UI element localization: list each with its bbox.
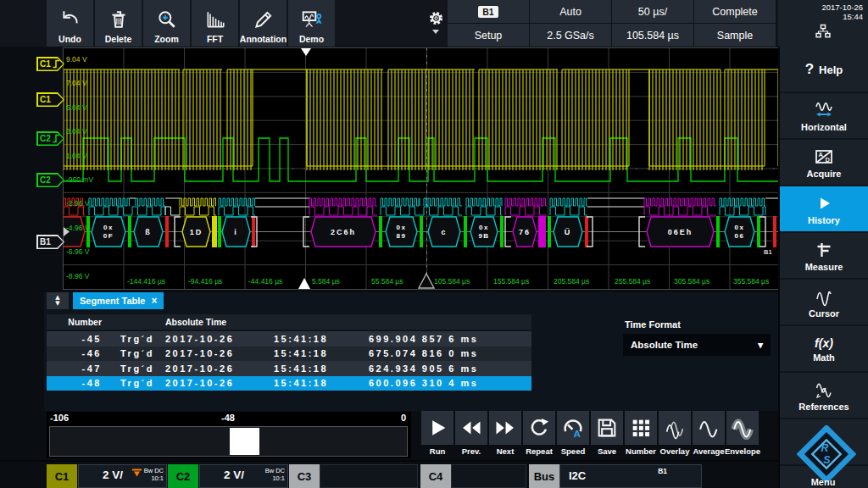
sidebar-item-help[interactable]: ?Help [780, 47, 868, 93]
sidebar-item-horizontal[interactable]: Horizontal [780, 93, 868, 140]
channel-c3-tag[interactable]: C3 [289, 464, 320, 488]
playback-save-button[interactable]: Save [591, 411, 623, 456]
measure-icon [814, 240, 834, 260]
c1-coupling: Bw DC [144, 467, 164, 474]
acquisition-state-cell[interactable]: Complete [694, 0, 776, 23]
playback-repeat-button[interactable]: Repeat [523, 411, 555, 456]
sidebar-item-label: References [798, 402, 849, 412]
cursor-icon [814, 286, 834, 307]
marker-label: C1 [36, 92, 64, 107]
table-header: Number Absolute Time [47, 314, 531, 330]
toolbar-button-label: Zoom [154, 34, 179, 44]
sidebar-item-label: Measure [805, 262, 843, 272]
c1-probe: 10:1 [151, 474, 164, 482]
sidebar-item-math[interactable]: f(x)Math [780, 326, 868, 373]
channel-bar: C1 2 V/ Bw DC 10:1 C2 2 V/ Bw DC 10:1 C3… [0, 460, 778, 488]
svg-text:1.04 V: 1.04 V [66, 152, 87, 160]
edge-icon [53, 134, 60, 143]
segment-row[interactable]: -48Trg´d2017-10-2615:41:18600.096 310 4 … [47, 376, 531, 391]
bus-settings[interactable]: I2C B1 [559, 464, 702, 488]
marker-text: C2 [40, 134, 51, 143]
c2-coupling: Bw DC [265, 467, 285, 474]
playback-button-label: Speed [561, 446, 586, 456]
sample-rate-cell[interactable]: 2.5 GSa/s [530, 24, 611, 47]
marker-label: C2 [36, 131, 64, 146]
acquisition-mode-cell[interactable]: Sample [694, 24, 776, 47]
marker-c2[interactable]: C2 [36, 173, 64, 187]
marker-c1-trigger[interactable]: C1 [36, 57, 64, 71]
segment-row[interactable]: -46Trg´d2017-10-2615:41:18675.074 816 0 … [47, 347, 531, 362]
time-format-label: Time Format [625, 319, 681, 330]
delete-icon [108, 7, 130, 32]
marker-c1[interactable]: C1 [36, 92, 64, 107]
time-format-dropdown[interactable]: Absolute Time ▾ [623, 334, 771, 356]
svg-text:-6.96 V: -6.96 V [66, 247, 90, 256]
segment-cell: Trg´d [102, 348, 165, 358]
sidebar-item-measure[interactable]: Measure [780, 233, 868, 280]
bus-tag[interactable]: Bus [529, 464, 559, 488]
close-icon[interactable]: × [151, 295, 157, 307]
toolbar-annotation-button[interactable]: Annotation [240, 0, 287, 47]
position-cell[interactable]: 105.584 µs [612, 24, 693, 47]
playback-run-button[interactable]: Run [421, 411, 453, 456]
channel-c4-tag[interactable]: C4 [420, 464, 451, 488]
sidebar-item-references[interactable]: References [780, 373, 868, 419]
svg-text:3.04 V: 3.04 V [66, 127, 87, 136]
playback-overlay-button[interactable]: Overlay [659, 411, 691, 456]
toolbar-undo-button[interactable]: Undo [47, 0, 93, 47]
playback-envelope-button[interactable]: Envelope [726, 411, 759, 456]
toolbar-delete-button[interactable]: Delete [95, 0, 142, 47]
timebase-cell[interactable]: 50 µs/ [612, 0, 693, 23]
playback-speed-button[interactable]: ASpeed [557, 411, 589, 456]
horizontal-icon [814, 100, 834, 120]
svg-text:55.584 µs: 55.584 µs [371, 277, 403, 286]
table-rows: -45Trg´d2017-10-2615:41:18699.904 857 6 … [47, 331, 531, 391]
playback-number-button[interactable]: Number [625, 411, 657, 456]
playback-button-label: Number [626, 446, 656, 456]
panel-resize-button[interactable]: ▲▼ [47, 292, 69, 309]
trigger-mode-cell[interactable]: Auto [530, 0, 611, 23]
svg-text:i: i [234, 228, 238, 236]
playback-button-label: Envelope [725, 446, 760, 456]
sidebar-item-label: Math [813, 352, 835, 363]
playback-average-button[interactable]: Average [693, 411, 725, 456]
datetime-cell[interactable]: 2017-10-26 15:44 [778, 0, 868, 47]
edge-icon [53, 59, 60, 69]
toolbar-demo-button[interactable]: Demo [288, 0, 335, 47]
playback-button-label: Overlay [660, 446, 690, 456]
svg-text:7.04 V: 7.04 V [66, 79, 87, 87]
history-slider-track[interactable] [49, 426, 408, 457]
settings-gear-button[interactable] [425, 0, 447, 47]
channel-c4-settings[interactable] [451, 464, 526, 488]
segment-cell: 15:41:18 [274, 363, 369, 374]
toolbar-button-label: Undo [58, 34, 81, 44]
rs-logo-menu-button[interactable]: RS [797, 425, 856, 483]
bus-b1-cell[interactable]: B1 [448, 0, 529, 23]
setup-cell[interactable]: Setup [448, 24, 529, 47]
c2-probe: 10:1 [272, 474, 285, 482]
svg-text:105.584 µs: 105.584 µs [434, 277, 470, 286]
segment-row[interactable]: -47Trg´d2017-10-2615:41:18624.934 905 6 … [47, 361, 531, 376]
channel-c2-tag[interactable]: C2 [168, 464, 198, 488]
history-slider-handle[interactable] [230, 428, 259, 455]
playback-next-button[interactable]: Next [489, 411, 521, 456]
sidebar-item-cursor[interactable]: Cursor [780, 280, 868, 326]
channel-c2-settings[interactable]: 2 V/ Bw DC 10:1 [199, 464, 288, 488]
status-cluster: B1 Auto 50 µs/ Complete Setup 2.5 GSa/s … [448, 0, 777, 47]
marker-c2-trigger[interactable]: C2 [36, 131, 64, 146]
svg-text:89: 89 [397, 232, 407, 240]
channel-c1-tag[interactable]: C1 [47, 464, 77, 488]
tab-segment-table[interactable]: Segment Table × [73, 292, 164, 309]
marker-b1[interactable]: B1 [36, 235, 64, 249]
svg-text:76: 76 [519, 228, 531, 236]
toolbar-fft-button[interactable]: FFT [192, 0, 238, 47]
sidebar-item-history[interactable]: History [780, 186, 868, 233]
sidebar-item-acquire[interactable]: ADAcquire [780, 140, 868, 186]
channel-c3-settings[interactable] [320, 464, 418, 488]
segment-row[interactable]: -45Trg´d2017-10-2615:41:18699.904 857 6 … [47, 331, 531, 347]
toolbar-zoom-button[interactable]: Zoom [143, 0, 190, 47]
waveform-display[interactable]: 0x0Fß1Di2C6h0x89c0x9B76Ü06Eh0x06B19.04 V… [64, 48, 778, 289]
playback-prev-button[interactable]: Prev. [455, 411, 487, 456]
network-icon [815, 23, 832, 40]
channel-c1-settings[interactable]: 2 V/ Bw DC 10:1 [78, 464, 167, 488]
